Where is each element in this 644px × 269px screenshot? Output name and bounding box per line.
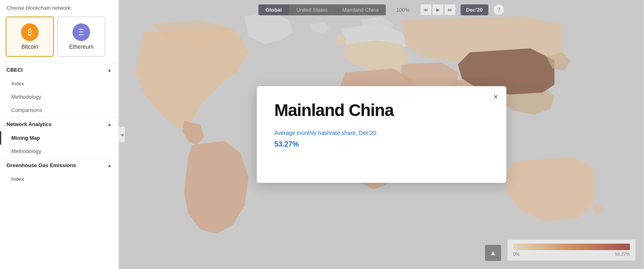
sidebar: Choose blockchain network: ₿ Bitcoin Ξ E… [0,0,119,269]
greenhouse-index-item[interactable]: Index [0,172,118,186]
map-container[interactable]: 0% 53.27% ▲ × Mainland China Average mon… [119,0,644,269]
cbeci-chevron: ▲ [107,67,112,73]
modal-close-button[interactable]: × [493,93,498,101]
ethereum-icon: Ξ [72,23,90,41]
main-content: Global United States Mainland China 100%… [119,0,644,269]
cbeci-methodology-item[interactable]: Methodology [0,90,118,103]
mining-map-item[interactable]: Mining Map [0,131,118,145]
cbeci-label: CBECI [6,67,23,73]
modal-title: Mainland China [275,101,489,120]
network-methodology-item[interactable]: Methodology [0,145,118,158]
greenhouse-items: Index [0,172,118,186]
modal-value: 53.27% [275,140,489,149]
greenhouse-label: Greenhouse Gas Emissions [6,162,76,168]
network-analytics-section-header[interactable]: Network Analytics ▲ [0,117,118,131]
bitcoin-label: Bitcoin [21,43,38,50]
cbeci-comparisons-item[interactable]: Comparisons [0,103,118,117]
ethereum-card[interactable]: Ξ Ethereum [57,17,105,57]
cbeci-section-header[interactable]: CBECI ▲ [0,62,118,77]
cbeci-items: Index Methodology Comparisons [0,77,118,117]
network-analytics-chevron: ▲ [107,122,112,127]
network-analytics-label: Network Analytics [6,121,52,127]
bitcoin-icon: ₿ [21,23,39,41]
greenhouse-chevron: ▲ [107,163,112,168]
cbeci-index-item[interactable]: Index [0,77,118,90]
modal-overlay: × Mainland China Average monthly hashrat… [119,0,644,269]
modal-dialog: × Mainland China Average monthly hashrat… [257,86,506,183]
network-cards: ₿ Bitcoin Ξ Ethereum [0,14,118,62]
ethereum-label: Ethereum [69,43,94,50]
network-analytics-items: Mining Map Methodology [0,131,118,158]
sidebar-header: Choose blockchain network: [0,0,118,14]
greenhouse-section-header[interactable]: Greenhouse Gas Emissions ▲ [0,158,118,172]
bitcoin-card[interactable]: ₿ Bitcoin [6,17,54,57]
modal-subtitle: Average monthly hashrate share, Dec'20: [275,130,489,136]
